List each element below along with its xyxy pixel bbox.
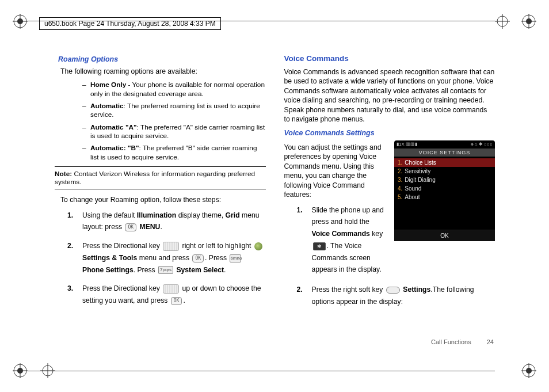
phone-screenshot: ▮1X ▥▥▮ ⎈ ⌂ ✱ ▯▯▯ VOICE SETTINGS 1.Choic… <box>394 140 495 241</box>
list-item: Automatic: The preferred roaming list is… <box>90 102 266 120</box>
phone-menu-item: 4.Sound <box>394 184 495 193</box>
ok-key-icon: OK <box>171 297 182 305</box>
voice-commands-intro: Voice Commands is advanced speech recogn… <box>284 67 495 124</box>
crop-mark-icon <box>13 14 28 29</box>
page-number: 24 <box>487 338 494 345</box>
step-2: Press the right soft key Settings.The fo… <box>312 284 495 307</box>
crop-mark-icon <box>521 14 536 29</box>
list-item: Automatic: "B": The preferred "B" side c… <box>90 144 266 162</box>
star-key-icon: ✱ <box>313 242 326 250</box>
phone-softkey-ok: OK <box>394 230 495 241</box>
right-column: Voice Commands Voice Commands is advance… <box>284 52 495 315</box>
phone-menu-item: 3.Digit Dialing <box>394 176 495 184</box>
phone-status-bar: ▮1X ▥▥▮ ⎈ ⌂ ✱ ▯▯▯ <box>394 140 495 149</box>
footer-section: Call Functions <box>431 338 471 345</box>
phone-menu-item: 1.Choice Lists <box>394 158 495 167</box>
ok-key-icon: OK <box>125 223 136 231</box>
roaming-intro: The following roaming options are availa… <box>60 67 266 76</box>
phone-menu-item: 5.About <box>394 193 495 201</box>
list-item: Automatic "A": The preferred "A" side ca… <box>90 123 266 141</box>
roaming-options-list: Home Only - Your phone is available for … <box>67 81 266 162</box>
roaming-change-intro: To change your Roaming option, follow th… <box>60 195 266 204</box>
dpad-icon <box>163 284 179 294</box>
signal-icon: ▮1X ▥▥▮ <box>396 142 417 149</box>
page-footer: Call Functions 24 <box>431 338 494 345</box>
heading-roaming-options: Roaming Options <box>58 55 266 63</box>
dpad-icon <box>163 242 179 251</box>
heading-voice-commands-settings: Voice Commands Settings <box>284 129 495 137</box>
heading-voice-commands: Voice Commands <box>284 54 495 63</box>
step-1: Using the default Illumination display t… <box>82 210 266 233</box>
print-header: u650.book Page 24 Thursday, August 28, 2… <box>39 17 221 30</box>
step-2: Press the Directional key right or left … <box>82 240 266 276</box>
status-icons: ⎈ ⌂ ✱ ▯▯▯ <box>471 142 493 149</box>
crosshair-icon <box>495 14 510 29</box>
phone-menu-item: 2.Sensitivity <box>394 167 495 176</box>
phone-title: VOICE SETTINGS <box>394 149 495 157</box>
vc-settings-intro: You can adjust the settings and preferen… <box>284 143 386 200</box>
crop-mark-icon <box>521 363 536 378</box>
key-6-icon: 6mno <box>230 254 241 262</box>
crop-line <box>28 371 495 371</box>
crop-mark-icon <box>13 363 28 378</box>
vc-steps: Slide the phone up and press and hold th… <box>302 204 386 276</box>
key-7-icon: 7pqrs <box>158 266 173 274</box>
right-softkey-icon <box>386 287 400 294</box>
roaming-steps: Using the default Illumination display t… <box>72 210 266 307</box>
step-1: Slide the phone up and press and hold th… <box>312 204 386 276</box>
note-box: Note: Contact Verizon Wireless for infor… <box>55 166 266 189</box>
vc-steps-cont: Press the right soft key Settings.The fo… <box>302 284 495 307</box>
step-3: Press the Directional key up or down to … <box>82 283 266 306</box>
phone-menu-list: 1.Choice Lists 2.Sensitivity 3.Digit Dia… <box>394 157 495 201</box>
list-item: Home Only - Your phone is available for … <box>90 81 266 98</box>
settings-tools-icon <box>254 242 262 250</box>
left-column: Roaming Options The following roaming op… <box>55 52 266 315</box>
ok-key-icon: OK <box>192 254 204 262</box>
